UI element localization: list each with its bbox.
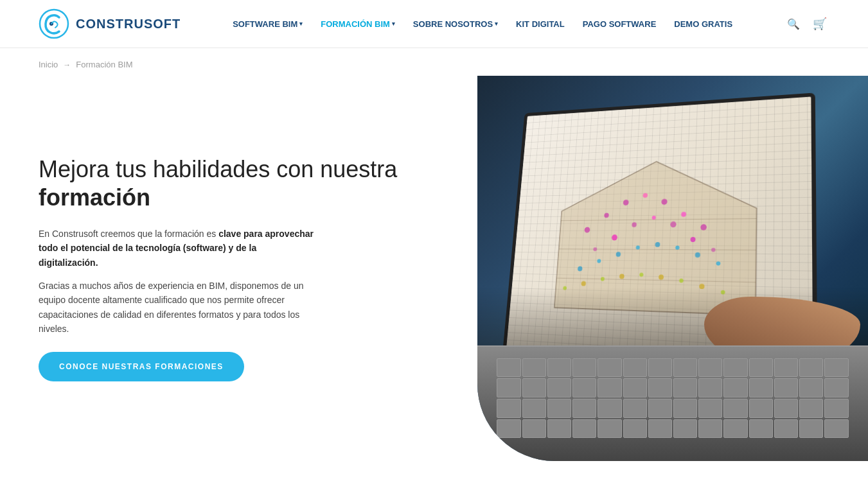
nav-demo-gratis[interactable]: DEMO GRATIS	[674, 19, 732, 29]
hero-section: Mejora tus habilidades con nuestra forma…	[0, 76, 868, 461]
hero-image	[477, 76, 868, 461]
site-header: CONSTRUSOFT SOFTWARE BIM ▾ FORMACIÓN BIM…	[0, 0, 868, 48]
cart-button[interactable]: 🛒	[810, 14, 829, 33]
hero-paragraph-2: Gracias a muchos años de experiencia en …	[39, 279, 315, 336]
chevron-down-icon: ▾	[299, 21, 303, 27]
main-nav: SOFTWARE BIM ▾ FORMACIÓN BIM ▾ SOBRE NOS…	[233, 19, 732, 29]
hero-description: En Construsoft creemos que la formación …	[39, 227, 315, 336]
nav-sobre-nosotros[interactable]: SOBRE NOSOTROS ▾	[413, 19, 498, 29]
breadcrumb-separator: →	[63, 60, 71, 69]
nav-formacion-bim[interactable]: FORMACIÓN BIM ▾	[321, 19, 395, 29]
breadcrumb-bar: Inicio → Formación BIM	[0, 48, 868, 76]
hero-image-bg	[477, 76, 868, 461]
breadcrumb-current: Formación BIM	[76, 60, 132, 69]
hero-title: Mejora tus habilidades con nuestra forma…	[39, 155, 439, 211]
chevron-down-icon: ▾	[495, 21, 498, 27]
logo-text: CONSTRUSOFT	[76, 17, 181, 31]
keyboard-visual	[477, 345, 868, 461]
breadcrumb: Inicio → Formación BIM	[39, 60, 829, 69]
nav-software-bim[interactable]: SOFTWARE BIM ▾	[233, 19, 303, 29]
logo[interactable]: CONSTRUSOFT	[39, 8, 181, 39]
hero-paragraph-1: En Construsoft creemos que la formación …	[39, 227, 315, 270]
keyboard-keys	[497, 358, 848, 439]
logo-icon	[39, 8, 69, 39]
nav-kit-digital[interactable]: KIT DIGITAL	[516, 19, 565, 29]
header-icons: 🔍 🛒	[784, 14, 829, 33]
hero-content: Mejora tus habilidades con nuestra forma…	[0, 76, 477, 461]
nav-pago-software[interactable]: PAGO SOFTWARE	[583, 19, 657, 29]
cart-icon: 🛒	[813, 17, 827, 30]
chevron-down-icon: ▾	[392, 21, 395, 27]
cta-formaciones-button[interactable]: CONOCE NUESTRAS FORMACIONES	[39, 352, 244, 381]
breadcrumb-inicio[interactable]: Inicio	[39, 60, 58, 69]
search-button[interactable]: 🔍	[784, 15, 802, 33]
search-icon: 🔍	[787, 19, 800, 30]
